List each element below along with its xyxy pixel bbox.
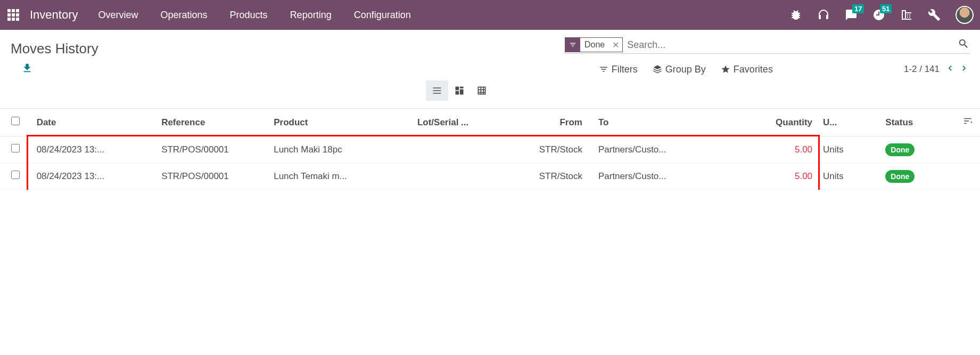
filters-label: Filters — [612, 64, 638, 75]
cell-date: 08/24/2023 13:... — [31, 163, 157, 190]
menu-reporting[interactable]: Reporting — [290, 10, 332, 21]
col-reference[interactable]: Reference — [156, 109, 268, 136]
menu-operations[interactable]: Operations — [161, 10, 208, 21]
support-icon[interactable] — [817, 9, 830, 21]
col-date[interactable]: Date — [31, 109, 157, 136]
view-list-icon[interactable] — [426, 80, 448, 101]
search-icon[interactable] — [958, 38, 969, 52]
cell-lot — [412, 136, 518, 163]
cell-uom: Units — [818, 136, 880, 163]
top-navbar: Inventory Overview Operations Products R… — [0, 0, 980, 30]
filter-facet-done[interactable]: Done ✕ — [565, 37, 623, 52]
messaging-icon[interactable]: 17 — [845, 9, 858, 21]
page-title: Moves History — [11, 36, 98, 57]
pager-value[interactable]: 1-2 / 141 — [904, 64, 940, 75]
cell-quantity: 5.00 — [730, 163, 818, 190]
groupby-label: Group By — [665, 64, 706, 75]
cell-lot — [412, 163, 518, 190]
select-all-checkbox[interactable] — [11, 117, 20, 125]
col-status[interactable]: Status — [880, 109, 955, 136]
table-row[interactable]: 08/24/2023 13:... STR/POS/00001 Lunch Ma… — [0, 136, 980, 163]
apps-icon[interactable] — [6, 8, 20, 22]
status-badge: Done — [885, 143, 915, 156]
user-avatar[interactable] — [956, 6, 974, 24]
col-uom[interactable]: U... — [818, 109, 880, 136]
funnel-icon — [565, 38, 580, 52]
pager-next-icon[interactable] — [959, 63, 969, 76]
menu-products[interactable]: Products — [230, 10, 268, 21]
view-pivot-icon[interactable] — [471, 80, 493, 101]
cell-product: Lunch Maki 18pc — [268, 136, 412, 163]
cell-reference: STR/POS/00001 — [156, 163, 268, 190]
pager: 1-2 / 141 — [904, 63, 969, 76]
status-badge: Done — [885, 170, 915, 183]
cell-status: Done — [880, 136, 955, 163]
row-options — [955, 163, 980, 190]
cell-quantity: 5.00 — [730, 136, 818, 163]
debug-icon[interactable] — [789, 9, 802, 21]
col-quantity[interactable]: Quantity — [730, 109, 818, 136]
cell-status: Done — [880, 163, 955, 190]
cell-reference: STR/POS/00001 — [156, 136, 268, 163]
cell-from: STR/Stock — [518, 136, 593, 163]
search-input[interactable] — [627, 39, 958, 51]
optional-columns-icon[interactable] — [955, 109, 980, 136]
toolbar: Filters Group By Favorites 1-2 / 141 — [0, 59, 980, 80]
facet-label: Done — [580, 40, 609, 50]
cell-product: Lunch Temaki m... — [268, 163, 412, 190]
col-lot[interactable]: Lot/Serial ... — [412, 109, 518, 136]
activities-badge: 51 — [880, 4, 892, 13]
col-product[interactable]: Product — [268, 109, 412, 136]
cell-uom: Units — [818, 163, 880, 190]
moves-table: Date Reference Product Lot/Serial ... Fr… — [0, 108, 980, 190]
pager-prev-icon[interactable] — [945, 63, 956, 76]
search-box[interactable]: Done ✕ — [565, 36, 969, 54]
menu-configuration[interactable]: Configuration — [354, 10, 411, 21]
systray: 17 51 — [789, 6, 974, 24]
facet-remove-icon[interactable]: ✕ — [609, 40, 622, 50]
row-checkbox[interactable] — [11, 171, 20, 179]
view-kanban-icon[interactable] — [448, 80, 471, 101]
main-menu: Overview Operations Products Reporting C… — [98, 10, 411, 21]
cell-to: Partners/Custo... — [593, 163, 730, 190]
groupby-button[interactable]: Group By — [653, 64, 706, 75]
filters-button[interactable]: Filters — [599, 64, 638, 75]
cell-date: 08/24/2023 13:... — [31, 136, 157, 163]
tools-icon[interactable] — [928, 9, 941, 21]
company-icon[interactable] — [900, 9, 913, 21]
view-switcher — [426, 80, 493, 101]
col-from[interactable]: From — [518, 109, 593, 136]
activities-icon[interactable]: 51 — [872, 9, 885, 21]
cell-from: STR/Stock — [518, 163, 593, 190]
favorites-label: Favorites — [734, 64, 773, 75]
cell-to: Partners/Custo... — [593, 136, 730, 163]
row-options — [955, 136, 980, 163]
favorites-button[interactable]: Favorites — [721, 64, 773, 75]
col-to[interactable]: To — [593, 109, 730, 136]
app-brand[interactable]: Inventory — [30, 8, 78, 22]
table-header-row: Date Reference Product Lot/Serial ... Fr… — [0, 109, 980, 136]
export-button[interactable] — [11, 62, 33, 76]
control-panel: Moves History Done ✕ — [0, 30, 980, 59]
messaging-badge: 17 — [852, 4, 864, 13]
row-checkbox[interactable] — [11, 144, 20, 152]
view-switcher-row — [0, 80, 980, 104]
menu-overview[interactable]: Overview — [98, 10, 138, 21]
table-row[interactable]: 08/24/2023 13:... STR/POS/00001 Lunch Te… — [0, 163, 980, 190]
